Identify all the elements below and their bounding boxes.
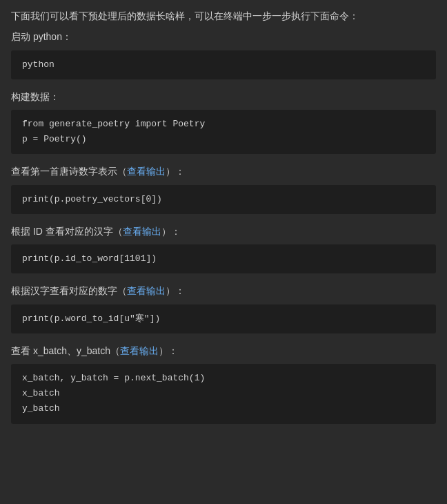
code-block-3: print(p.id_to_word[1101]) xyxy=(11,244,436,273)
section-label-0: 启动 python： xyxy=(11,29,436,44)
code-block-4: print(p.word_to_id[u"寒"]) xyxy=(11,304,436,333)
intro-text: 下面我们可以看下预处理后的数据长啥样，可以在终端中一步一步执行下面命令： xyxy=(11,8,436,23)
section-link-5[interactable]: 查看输出 xyxy=(120,345,159,356)
section-label-2: 查看第一首唐诗数字表示（查看输出）： xyxy=(11,164,436,179)
section-label-5: 查看 x_batch、y_batch（查看输出）： xyxy=(11,343,436,358)
code-block-0: python xyxy=(11,50,436,79)
section-link-3[interactable]: 查看输出 xyxy=(123,226,161,237)
section-link-4[interactable]: 查看输出 xyxy=(127,285,166,296)
section-label-1: 构建数据： xyxy=(11,89,436,104)
section-label-4: 根据汉字查看对应的数字（查看输出）： xyxy=(11,283,436,298)
section-label-3: 根据 ID 查看对应的汉字（查看输出）： xyxy=(11,224,436,239)
code-block-5: x_batch, y_batch = p.next_batch(1) x_bat… xyxy=(11,364,436,423)
section-link-2[interactable]: 查看输出 xyxy=(127,166,166,177)
code-block-2: print(p.poetry_vectors[0]) xyxy=(11,185,436,214)
code-block-1: from generate_poetry import Poetry p = P… xyxy=(11,110,436,154)
